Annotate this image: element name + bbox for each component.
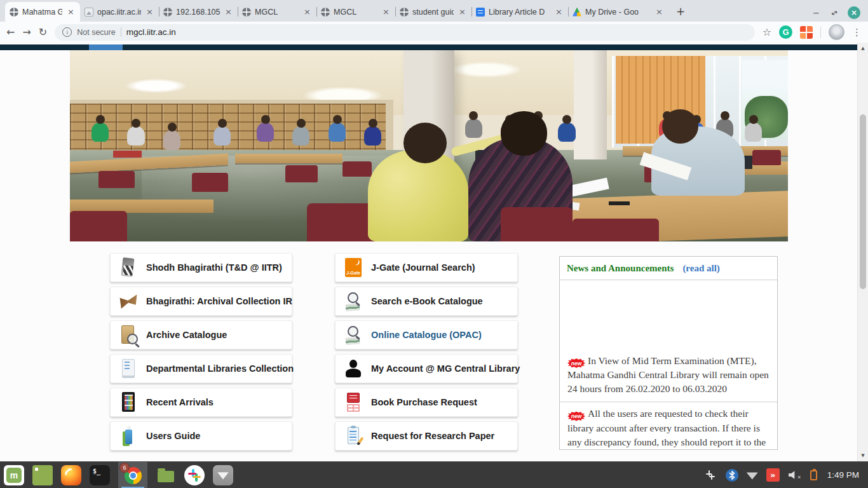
file-manager-icon[interactable] bbox=[156, 465, 176, 485]
scrollbar[interactable]: ▲ ▼ bbox=[857, 43, 868, 461]
clock[interactable]: 1:49 PM bbox=[827, 470, 859, 480]
google-drive-favicon bbox=[573, 8, 581, 17]
link-recent-arrivals[interactable]: Recent Arrivals bbox=[110, 388, 292, 417]
reload-button[interactable]: ↻ bbox=[39, 27, 47, 37]
link-label: Departmental Libraries Collection bbox=[146, 363, 294, 374]
tab-mgcl-2[interactable]: MGCL × bbox=[316, 2, 395, 22]
active-nav-highlight bbox=[89, 44, 123, 50]
tab-mahatma-gandhi[interactable]: Mahatma Gand × bbox=[5, 2, 80, 22]
photo-shape bbox=[573, 219, 659, 241]
slack-tray-icon[interactable] bbox=[703, 468, 717, 482]
tab-close-icon[interactable]: × bbox=[654, 7, 664, 17]
link-archive-catalogue[interactable]: Archive Catalogue bbox=[110, 320, 292, 349]
address-divider bbox=[121, 27, 121, 37]
new-tab-button[interactable]: + bbox=[672, 3, 689, 20]
tab-student-guide[interactable]: student guide × bbox=[395, 2, 471, 22]
scroll-up-arrow[interactable]: ▲ bbox=[858, 46, 868, 51]
clipboard-pencil-icon bbox=[344, 425, 363, 447]
mute-x: × bbox=[797, 474, 801, 480]
tab-close-icon[interactable]: × bbox=[145, 7, 154, 17]
tab-ip-address[interactable]: 192.168.105.14 × bbox=[159, 2, 238, 22]
photo-shape bbox=[285, 165, 318, 182]
globe-favicon bbox=[10, 8, 18, 17]
image-favicon bbox=[85, 8, 93, 17]
globe-favicon bbox=[321, 8, 330, 17]
tab-close-icon[interactable]: × bbox=[224, 7, 233, 17]
slack-bar bbox=[709, 476, 715, 478]
show-desktop-button[interactable] bbox=[32, 465, 53, 485]
info-icon[interactable]: i bbox=[62, 27, 72, 37]
slack-icon[interactable] bbox=[184, 465, 205, 485]
red-book-icon bbox=[344, 391, 363, 413]
google-docs-favicon bbox=[476, 8, 485, 17]
tab-mgcl-1[interactable]: MGCL × bbox=[238, 2, 316, 22]
kiosk-icon bbox=[119, 358, 138, 379]
scroll-down-arrow[interactable]: ▼ bbox=[858, 453, 868, 458]
globe-favicon bbox=[163, 8, 172, 17]
link-my-account[interactable]: My Account @ MG Central Library bbox=[335, 354, 518, 383]
tab-opac[interactable]: opac.iitr.ac.in:8 × bbox=[80, 2, 159, 22]
tab-close-icon[interactable]: × bbox=[458, 7, 467, 17]
close-window-button[interactable]: × bbox=[848, 6, 860, 19]
restore-button[interactable]: ↕ bbox=[831, 8, 837, 17]
photo-shape bbox=[403, 123, 447, 163]
grammarly-extension-icon[interactable]: G bbox=[779, 25, 792, 39]
taskbar: m $_ 6 » × 1:49 PM bbox=[0, 461, 868, 488]
window-dot bbox=[35, 468, 38, 471]
tab-title: 192.168.105.14 bbox=[176, 8, 220, 17]
link-jgate[interactable]: J-Gate J-Gate (Journal Search) bbox=[335, 253, 518, 282]
link-ebook-catalogue[interactable]: Search e-Book Catalogue bbox=[335, 287, 518, 316]
site-navbar bbox=[0, 44, 857, 50]
tab-my-drive[interactable]: My Drive - Goo × bbox=[568, 2, 668, 22]
url-text[interactable]: mgcl.iitr.ac.in bbox=[126, 27, 176, 37]
anydesk-icon[interactable]: » bbox=[766, 468, 780, 482]
link-label: Shodh Bhagirathi (T&D @ IITR) bbox=[146, 262, 282, 273]
tab-title: opac.iitr.ac.in:8 bbox=[97, 8, 141, 17]
photo-person bbox=[558, 123, 575, 142]
link-bhagirathi-archival[interactable]: Bhagirathi: Archival Collection IR bbox=[110, 287, 292, 316]
battery-icon bbox=[810, 470, 817, 480]
bluetooth-icon[interactable] bbox=[726, 469, 738, 482]
tab-title: student guide bbox=[412, 8, 454, 17]
address-bar[interactable]: i Not secure mgcl.iitr.ac.in bbox=[55, 24, 754, 41]
minimize-button[interactable]: − bbox=[813, 8, 820, 18]
browser-toolbar: ← → ↻ i Not secure mgcl.iitr.ac.in ☆ G ⋮ bbox=[0, 22, 868, 43]
bookmark-star-icon[interactable]: ☆ bbox=[763, 26, 771, 38]
link-departmental-libraries[interactable]: Departmental Libraries Collection bbox=[110, 354, 292, 383]
forward-button[interactable]: → bbox=[22, 27, 31, 37]
tab-title: Mahatma Gand bbox=[22, 8, 62, 17]
tab-library-article[interactable]: Library Article D × bbox=[471, 2, 568, 22]
standee-icon bbox=[119, 425, 138, 447]
tab-title: MGCL bbox=[334, 8, 377, 17]
firefox-icon[interactable] bbox=[61, 465, 81, 485]
link-opac[interactable]: Online Catalogue (OPAC) bbox=[335, 320, 518, 349]
link-book-purchase[interactable]: Book Purchase Request bbox=[335, 388, 518, 417]
tab-close-icon[interactable]: × bbox=[302, 7, 312, 17]
terminal-icon[interactable]: $_ bbox=[90, 465, 110, 485]
volume-muted-icon[interactable]: × bbox=[788, 470, 802, 480]
network-manager-icon[interactable] bbox=[213, 465, 233, 485]
profile-avatar[interactable] bbox=[829, 24, 844, 40]
book-search-icon bbox=[344, 324, 363, 346]
wifi-wedge bbox=[217, 470, 229, 480]
tab-close-icon[interactable]: × bbox=[66, 7, 76, 17]
link-research-paper[interactable]: Request for Research Paper bbox=[335, 421, 518, 451]
link-users-guide[interactable]: Users Guide bbox=[110, 421, 292, 451]
close-icon: × bbox=[851, 8, 857, 17]
chrome-taskbar-button[interactable]: 6 bbox=[118, 462, 147, 488]
scrollbar-thumb[interactable] bbox=[860, 114, 866, 289]
card-magnifier-icon bbox=[119, 324, 138, 346]
window-controls: − ↕ × bbox=[813, 6, 868, 22]
link-shodh-bhagirathi[interactable]: Shodh Bhagirathi (T&D @ IITR) bbox=[110, 253, 292, 282]
back-button[interactable]: ← bbox=[6, 27, 15, 37]
new-badge: new bbox=[567, 358, 585, 368]
read-all-link[interactable]: (read all) bbox=[682, 263, 719, 274]
wifi-icon[interactable] bbox=[747, 471, 758, 480]
menu-kebab-icon[interactable]: ⋮ bbox=[852, 27, 862, 38]
extension-icon[interactable] bbox=[800, 26, 813, 39]
mint-menu-button[interactable]: m bbox=[4, 465, 24, 485]
tab-close-icon[interactable]: × bbox=[381, 7, 391, 17]
photo-shape bbox=[609, 201, 630, 205]
tab-close-icon[interactable]: × bbox=[554, 7, 564, 17]
news-text: All the users are requested to check the… bbox=[567, 408, 766, 447]
